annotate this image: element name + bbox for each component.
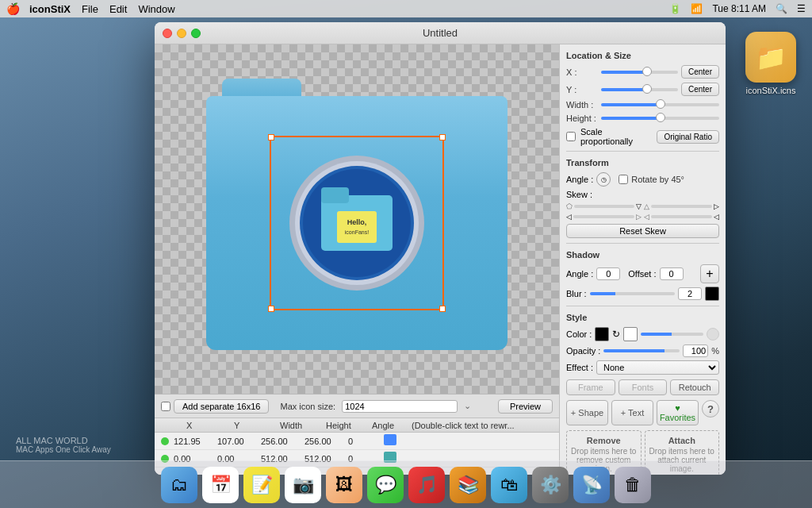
effect-row: Effect : None — [566, 360, 719, 375]
close-button[interactable] — [163, 29, 172, 38]
section-shadow-title: Shadow — [566, 250, 719, 260]
dock-messages[interactable]: 💬 — [367, 467, 404, 503]
skew-arrow-2: ▷ — [714, 202, 719, 210]
height-slider-thumb[interactable] — [656, 113, 665, 122]
original-ratio-button[interactable]: Original Ratio — [657, 130, 719, 144]
x-center-button[interactable]: Center — [681, 65, 719, 79]
preview-button[interactable]: Preview — [498, 399, 553, 414]
height-field-row: Height : — [566, 114, 719, 123]
window-menu[interactable]: Window — [138, 3, 174, 15]
skew-slider-3[interactable] — [573, 215, 634, 218]
scale-checkbox[interactable] — [566, 132, 576, 141]
menubar-icon1[interactable]: 🔋 — [669, 3, 681, 14]
skew-icon-3: ▷ — [636, 213, 642, 221]
rotate-label: Rotate by 45° — [619, 175, 684, 184]
skew-label: Skew : — [566, 190, 592, 199]
minimize-button[interactable] — [177, 29, 186, 38]
opacity-input[interactable] — [683, 344, 708, 357]
favorites-button[interactable]: ♥ Favorites — [657, 400, 699, 425]
x-slider-thumb[interactable] — [642, 67, 652, 76]
traffic-lights — [163, 29, 201, 38]
dock-wifi[interactable]: 📡 — [573, 467, 610, 503]
y-slider[interactable] — [601, 88, 678, 91]
handle-tl[interactable] — [268, 134, 274, 140]
dock-gallery[interactable]: 🖼 — [326, 467, 362, 503]
retouch-button[interactable]: Retouch — [670, 379, 719, 395]
color-rotate-icon[interactable]: ↻ — [612, 329, 620, 340]
shape-button[interactable]: + Shape — [566, 400, 608, 425]
skew-arrow-4: ◁ — [714, 213, 719, 221]
shadow-color-swatch[interactable] — [705, 287, 719, 301]
watermark-text: ALL MAC WORLD — [16, 436, 111, 445]
file-menu[interactable]: File — [82, 3, 98, 15]
frame-button[interactable]: Frame — [566, 379, 615, 395]
notification-icon[interactable]: ☰ — [797, 3, 806, 14]
effect-select[interactable]: None — [596, 360, 719, 375]
opacity-row: Opacity : % — [566, 344, 719, 357]
color-swatch-white[interactable] — [623, 327, 638, 341]
shape-row: + Shape + Text ♥ Favorites ? — [566, 400, 719, 425]
height-label: Height : — [566, 114, 598, 123]
color-swatch-black[interactable] — [595, 327, 609, 341]
apple-menu[interactable]: 🍎 — [6, 2, 20, 15]
dock-settings[interactable]: ⚙️ — [532, 467, 569, 503]
menubar-time: Tue 8:11 AM — [712, 3, 766, 14]
dock-trash[interactable]: 🗑 — [615, 467, 651, 503]
handle-tr[interactable] — [439, 134, 446, 140]
width-label: Width : — [566, 100, 598, 110]
dock-appstore[interactable]: 🛍 — [491, 467, 527, 503]
shadow-offset-input[interactable] — [660, 267, 684, 280]
color-slider[interactable] — [641, 333, 703, 336]
dock-finder[interactable]: 🗂 — [161, 467, 197, 503]
y-field-row: Y : Center — [566, 83, 719, 96]
height-slider[interactable] — [601, 117, 719, 120]
skew-icon-1: ⬠ — [566, 202, 573, 210]
dock-photos[interactable]: 📷 — [285, 467, 321, 503]
width-slider-thumb[interactable] — [656, 99, 665, 109]
canvas-viewport[interactable]: Hello, iconFans! — [155, 44, 559, 394]
table-row[interactable]: 121.95 107.00 256.00 256.00 0 — [155, 433, 559, 450]
maximize-button[interactable] — [191, 29, 201, 38]
handle-bl[interactable] — [268, 306, 274, 312]
reset-skew-button[interactable]: Reset Skew — [566, 224, 719, 238]
x-slider[interactable] — [601, 71, 678, 74]
add-shadow-button[interactable]: + — [700, 264, 719, 283]
menubar-icon2[interactable]: 📶 — [691, 3, 703, 14]
blur-slider[interactable] — [590, 292, 675, 295]
max-icon-input[interactable] — [342, 400, 458, 413]
skew-item-2: △ ▷ — [644, 202, 719, 210]
add-separate-button[interactable]: Add separate 16x16 — [174, 399, 269, 414]
color-circle-btn[interactable] — [707, 328, 719, 341]
skew-slider-2[interactable] — [651, 205, 712, 208]
rotate-checkbox[interactable] — [619, 175, 628, 184]
y-slider-thumb[interactable] — [642, 84, 652, 94]
shadow-angle-input[interactable] — [596, 267, 620, 280]
add-separate-checkbox[interactable] — [161, 402, 170, 411]
col-header-x: X — [186, 421, 234, 430]
width-slider[interactable] — [601, 103, 719, 106]
checkbox-area: Add separate 16x16 — [161, 399, 269, 414]
dock-notes[interactable]: 📝 — [243, 467, 280, 503]
max-icon-arrows[interactable]: ⌄ — [464, 401, 471, 411]
text-button[interactable]: + Text — [611, 400, 653, 425]
angle-row: Angle : ◷ Rotate by 45° — [566, 172, 719, 187]
skew-slider-1[interactable] — [574, 205, 634, 208]
dock-calendar[interactable]: 📅 — [202, 467, 239, 503]
app-name[interactable]: iconStiX — [29, 3, 71, 15]
skew-slider-4[interactable] — [651, 215, 712, 218]
dock-books[interactable]: 📚 — [450, 467, 486, 503]
y-center-button[interactable]: Center — [681, 83, 719, 96]
dock: 🗂 📅 📝 📷 🖼 💬 🎵 📚 🛍 ⚙️ 📡 🗑 — [0, 460, 812, 508]
fonts-button[interactable]: Fonts — [619, 379, 668, 395]
shadow-blur-input[interactable] — [678, 287, 702, 300]
spotlight-icon[interactable]: 🔍 — [776, 3, 787, 14]
x-label: X : — [566, 67, 598, 77]
desktop-file-icon[interactable]: 📁 iconStiX.icns — [745, 32, 796, 95]
angle-dial[interactable]: ◷ — [596, 172, 611, 187]
dock-music[interactable]: 🎵 — [408, 467, 445, 503]
help-button[interactable]: ? — [702, 400, 719, 418]
edit-menu[interactable]: Edit — [109, 3, 127, 15]
pct-symbol: % — [711, 346, 719, 356]
opacity-slider[interactable] — [603, 349, 680, 352]
handle-br[interactable] — [439, 306, 446, 312]
